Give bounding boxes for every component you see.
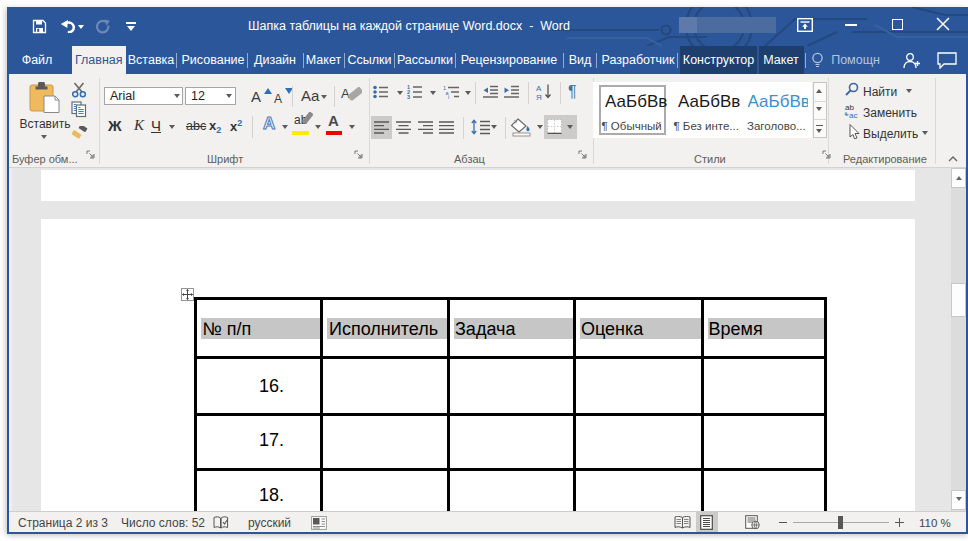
svg-text:i: i <box>448 94 449 99</box>
svg-text:Я: Я <box>536 93 542 101</box>
svg-text:А: А <box>536 84 542 93</box>
svg-text:3: 3 <box>407 94 410 99</box>
svg-text:ac: ac <box>849 111 857 119</box>
